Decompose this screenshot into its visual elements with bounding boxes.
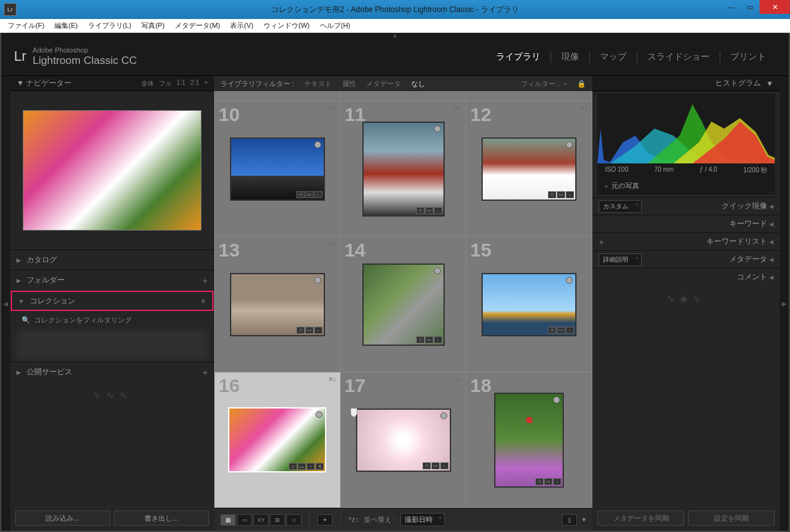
import-button[interactable]: 読み込み... (15, 510, 110, 526)
filter-text[interactable]: テキスト (304, 79, 332, 89)
badge-icon[interactable]: ▭ (305, 327, 314, 334)
nav-1to1[interactable]: 1:1 (177, 79, 186, 88)
color-label-icon[interactable] (566, 141, 573, 148)
add-publish-icon[interactable]: + (203, 367, 208, 377)
sort-dropdown[interactable]: 撮影日時 (400, 513, 445, 526)
grid-cell[interactable]: 18◇▭▫ (466, 372, 592, 507)
add-collection-icon[interactable]: + (201, 296, 206, 306)
collapse-left-icon[interactable]: ◀ (1, 76, 10, 531)
view-compare-icon[interactable]: XY (253, 514, 269, 526)
menu-metadata[interactable]: メタデータ(M) (170, 20, 226, 32)
badge-icon[interactable]: ◇ (548, 327, 556, 334)
grid-cell[interactable]: 13≡↓◇▭▫ (215, 237, 340, 372)
maximize-button[interactable]: ▭ (741, 0, 760, 14)
grid-cell[interactable]: 11≡↓◇▭▫ (341, 101, 466, 236)
color-label-icon[interactable] (434, 125, 441, 132)
histogram-chart[interactable] (597, 94, 775, 163)
thumbnail[interactable]: ◇▭▫ (481, 273, 577, 336)
badge-icon[interactable]: ▫ (566, 191, 574, 198)
badge-icon[interactable]: ◇ (416, 207, 424, 214)
badge-icon[interactable]: ▫ (434, 336, 442, 343)
badge-icon[interactable]: ▭ (431, 462, 440, 469)
preset-dropdown[interactable]: カスタム (599, 200, 642, 213)
menu-file[interactable]: ファイル(F) (3, 20, 49, 32)
grid-cell[interactable]: 17≡↓◇▭▫ (341, 372, 466, 507)
panel-publish[interactable]: ▶ 公開サービス + (10, 362, 214, 382)
module-slideshow[interactable]: スライドショー (637, 51, 720, 63)
toolbar-menu-icon[interactable]: ▾ (582, 516, 586, 524)
nav-fill[interactable]: フル (159, 79, 172, 88)
grid-cell[interactable]: 12≡↓◇▭▫ (466, 101, 592, 236)
badge-icon[interactable]: ▭ (544, 478, 552, 485)
menu-library[interactable]: ライブラリ(L) (83, 20, 136, 32)
view-grid-icon[interactable]: ▦ (220, 514, 236, 526)
badge-icon[interactable]: ◇ (535, 478, 544, 485)
filter-attribute[interactable]: 属性 (342, 79, 356, 89)
grid-cell[interactable]: 15◇▭▫ (466, 237, 592, 372)
badge-icon[interactable]: ▭ (298, 463, 306, 470)
thumbnail-selected[interactable]: ◇▭▫↯ (228, 407, 326, 472)
stack-icon[interactable]: ≡↓ (329, 375, 336, 383)
metadata-preset-dropdown[interactable]: 詳細説明 (599, 253, 642, 266)
stack-icon[interactable]: ≡↓ (454, 104, 462, 111)
add-folder-icon[interactable]: + (203, 276, 208, 286)
color-label-icon[interactable] (434, 267, 441, 274)
stack-icon[interactable]: ≡↓ (329, 239, 336, 247)
nav-zoom-menu-icon[interactable]: ÷ (205, 79, 208, 88)
badge-icon[interactable]: ▫ (566, 327, 574, 334)
color-label-icon[interactable] (315, 411, 322, 418)
filter-lock-icon[interactable]: 🔒 (577, 80, 586, 88)
thumbnail[interactable]: ◇▭▫ (481, 137, 577, 201)
thumbnail[interactable]: ◇▭▫ (494, 393, 564, 488)
module-develop[interactable]: 現像 (551, 51, 590, 63)
badge-icon[interactable]: ▫ (314, 191, 322, 198)
badge-icon[interactable]: ◇ (548, 191, 556, 198)
badge-icon[interactable]: ▭ (425, 207, 433, 214)
export-button[interactable]: 書き出し... (114, 510, 209, 526)
sort-direction-icon[interactable]: ᴬz↕ (348, 516, 359, 524)
view-people-icon[interactable]: ☺ (286, 514, 302, 526)
thumbnail[interactable]: ◇▭▫ (230, 273, 325, 336)
stack-icon[interactable]: ≡↓ (454, 375, 462, 383)
badge-icon[interactable]: ↯ (315, 463, 324, 470)
stack-icon[interactable]: ≡↓ (329, 104, 336, 111)
thumbnail-size-slider[interactable]: || (562, 514, 577, 526)
grid-cell[interactable]: 14◇▭▫ (341, 237, 466, 372)
badge-icon[interactable]: ◇ (416, 336, 424, 343)
close-button[interactable]: ✕ (760, 0, 790, 14)
titlebar[interactable]: Lr コレクションデモ用2 - Adobe Photoshop Lightroo… (0, 0, 790, 19)
add-keyword-icon[interactable]: + (599, 237, 604, 247)
thumbnail[interactable]: ◇▭▫ (362, 122, 445, 217)
navigator-header[interactable]: ▼ ナビゲーター 全体 フル 1:1 2:1 ÷ (10, 76, 214, 91)
collapse-right-icon[interactable]: ▶ (780, 76, 789, 531)
collapse-top-icon[interactable]: ▲ (1, 33, 789, 38)
navigator-preview[interactable] (23, 110, 201, 231)
view-survey-icon[interactable]: ⊞ (270, 514, 285, 526)
badge-icon[interactable]: ▫ (434, 207, 442, 214)
menu-window[interactable]: ウィンドウ(W) (258, 20, 315, 32)
filter-metadata[interactable]: メタデータ (366, 79, 401, 89)
menu-photo[interactable]: 写真(P) (136, 20, 170, 32)
sync-settings-button[interactable]: 設定を同期 (688, 510, 775, 526)
thumbnail[interactable]: ◇▭▫ (362, 263, 445, 346)
badge-icon[interactable]: ▫ (440, 462, 449, 469)
nav-fit[interactable]: 全体 (141, 79, 154, 88)
badge-icon[interactable]: ◇ (289, 463, 297, 470)
filter-none[interactable]: なし (411, 79, 425, 89)
panel-catalog[interactable]: ▶ カタログ (10, 250, 214, 270)
color-label-icon[interactable] (314, 277, 321, 284)
view-loupe-icon[interactable]: ▭ (237, 514, 252, 526)
thumbnail-flagged[interactable]: ◇▭▫ (356, 408, 451, 472)
menu-edit[interactable]: 編集(E) (49, 20, 83, 32)
panel-metadata[interactable]: 詳細説明 メタデータ ◀ (592, 250, 780, 268)
panel-keyword[interactable]: キーワード ◀ (592, 215, 780, 232)
nav-2to1[interactable]: 2:1 (191, 79, 200, 88)
panel-collection[interactable]: ▼ コレクション + (11, 291, 213, 311)
filter-preset-dropdown[interactable]: フィルター... ÷ (521, 79, 567, 89)
color-label-icon[interactable] (553, 396, 560, 403)
painter-tool-icon[interactable]: ✦ (317, 514, 333, 526)
thumbnail[interactable]: ◇▭▫ (230, 137, 325, 201)
color-label-icon[interactable] (440, 412, 447, 419)
module-library[interactable]: ライブラリ (486, 51, 551, 63)
badge-icon[interactable]: ▭ (425, 336, 433, 343)
